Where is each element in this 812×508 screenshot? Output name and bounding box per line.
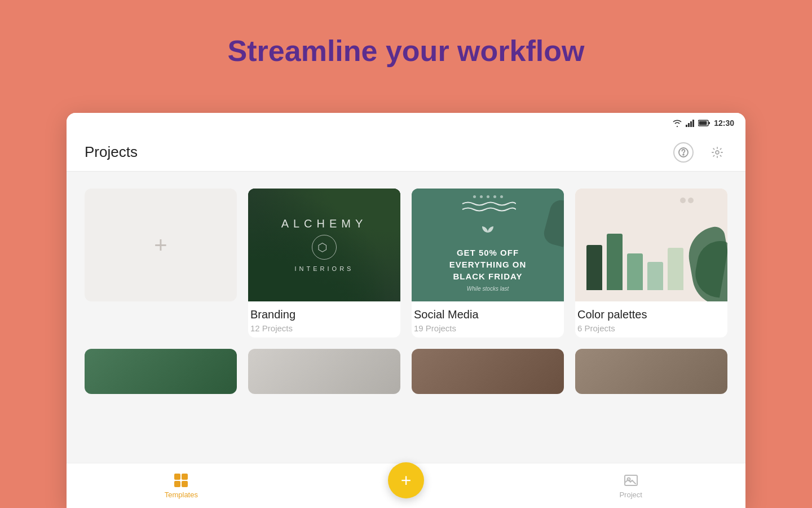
svg-rect-0: [686, 125, 687, 127]
partial-card-1[interactable]: [85, 349, 237, 394]
image-icon: [623, 472, 639, 488]
wifi-icon: [672, 119, 682, 127]
help-button[interactable]: [673, 142, 694, 163]
color-thumbnail: [575, 189, 727, 301]
fab-icon: +: [401, 471, 412, 489]
add-new-card[interactable]: +: [85, 189, 237, 301]
project-card-social[interactable]: GET 50% OFFEVERYTHING ONBLACK FRIDAY Whi…: [412, 189, 564, 338]
social-card-name: Social Media: [414, 308, 562, 321]
partial-card-4[interactable]: [575, 349, 727, 394]
header-action-icons: [673, 142, 727, 163]
signal-icon: [686, 119, 695, 127]
color-card-name: Color palettes: [577, 308, 725, 321]
svg-rect-3: [692, 120, 694, 127]
svg-rect-1: [688, 123, 690, 127]
svg-rect-5: [709, 122, 710, 124]
page-title: Projects: [85, 143, 138, 161]
branding-thumbnail: ALCHEMY ⬡ INTERIORS: [248, 189, 400, 301]
partial-card-2[interactable]: [248, 349, 400, 394]
svg-rect-13: [182, 481, 188, 487]
color-card-count: 6 Projects: [577, 323, 725, 333]
svg-rect-10: [174, 474, 180, 480]
app-header: Projects: [67, 133, 745, 172]
projects-grid: + ALCHEMY ⬡ INTERIORS Branding 12 Projec: [85, 189, 727, 338]
nav-item-project[interactable]: Project: [608, 472, 654, 499]
main-content: + ALCHEMY ⬡ INTERIORS Branding 12 Projec: [67, 172, 745, 463]
svg-rect-2: [690, 121, 692, 127]
hero-title: Streamline your workflow: [0, 0, 812, 68]
branding-card-name: Branding: [250, 308, 398, 321]
project-card-color[interactable]: Color palettes 6 Projects: [575, 189, 727, 338]
add-icon: +: [154, 233, 167, 258]
grid-icon: [173, 472, 189, 488]
bottom-nav: Templates + Project: [67, 463, 745, 508]
svg-rect-11: [182, 474, 188, 480]
device-frame: 12:30 Projects: [67, 113, 745, 508]
svg-point-8: [683, 154, 684, 155]
fab-add-button[interactable]: +: [388, 462, 424, 498]
svg-rect-12: [174, 481, 180, 487]
branding-logo-icon: ⬡: [312, 235, 337, 260]
templates-nav-label: Templates: [165, 491, 198, 499]
project-card-branding[interactable]: ALCHEMY ⬡ INTERIORS Branding 12 Projects: [248, 189, 400, 338]
social-card-count: 19 Projects: [414, 323, 562, 333]
settings-button[interactable]: [707, 142, 727, 163]
branding-card-count: 12 Projects: [250, 323, 398, 333]
nav-item-templates[interactable]: Templates: [158, 472, 204, 499]
svg-rect-6: [699, 121, 707, 125]
svg-point-9: [716, 151, 719, 154]
partial-card-3[interactable]: [412, 349, 564, 394]
project-nav-label: Project: [619, 491, 642, 499]
status-bar-icons: 12:30: [672, 119, 734, 128]
status-time: 12:30: [714, 119, 734, 128]
status-bar: 12:30: [67, 113, 745, 133]
social-thumbnail: GET 50% OFFEVERYTHING ONBLACK FRIDAY Whi…: [412, 189, 564, 301]
projects-grid-row2: [85, 349, 727, 394]
battery-icon: [698, 120, 710, 126]
